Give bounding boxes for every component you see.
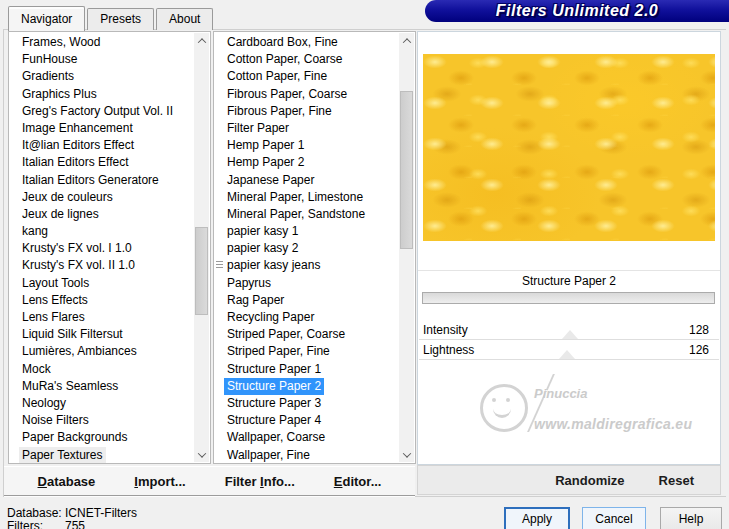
cancel-button[interactable]: Cancel (582, 507, 646, 529)
preview-progress-bar (422, 292, 715, 304)
list-item[interactable]: Noise Filters (10, 412, 193, 429)
category-list: Frames, WoodFunHouseGradientsGraphics Pl… (10, 34, 193, 462)
list-item[interactable]: Cotton Paper, Coarse (215, 51, 398, 68)
list-item[interactable]: It@lian Editors Effect (10, 137, 193, 154)
editor-button[interactable]: Editor... (334, 474, 382, 489)
list-item[interactable]: Fibrous Paper, Fine (215, 103, 398, 120)
filter-info-button[interactable]: Filter Info... (225, 474, 295, 489)
list-item[interactable]: Mock (10, 361, 193, 378)
list-item[interactable]: Mineral Paper, Limestone (215, 189, 398, 206)
filter-preview-image (423, 54, 715, 241)
smiley-icon (480, 384, 528, 432)
scroll-down-button[interactable] (194, 447, 209, 462)
slider-thumb-icon[interactable] (559, 350, 575, 359)
filter-listbox[interactable]: Cardboard Box, FineCotton Paper, CoarseC… (213, 31, 416, 464)
watermark-name: Pinuccia (534, 386, 587, 401)
tab-presets[interactable]: Presets (87, 8, 154, 30)
category-listbox[interactable]: Frames, WoodFunHouseGradientsGraphics Pl… (8, 31, 211, 464)
list-item[interactable]: Recycling Paper (215, 309, 398, 326)
list-item[interactable]: Structure Paper 3 (215, 395, 398, 412)
list-item[interactable]: Neology (10, 395, 193, 412)
filters-status-label: Filters: (7, 520, 65, 529)
list-item[interactable]: FunHouse (10, 51, 193, 68)
bottom-toolbar: Database Import... Filter Info... Editor… (4, 466, 415, 495)
list-item[interactable]: papier kasy 1 (215, 223, 398, 240)
list-item[interactable]: Wallpaper, Coarse (215, 429, 398, 446)
list-item[interactable]: Lens Flares (10, 309, 193, 326)
list-item[interactable]: Rag Paper (215, 292, 398, 309)
list-item[interactable]: Paper Textures (10, 447, 193, 464)
chevron-down-icon (197, 449, 205, 457)
chevron-up-icon (197, 38, 205, 46)
list-item[interactable]: Italian Editors Effect (10, 154, 193, 171)
apply-button[interactable]: Apply (504, 507, 570, 529)
import-button[interactable]: Import... (134, 474, 185, 489)
scrollbar-thumb[interactable] (400, 91, 413, 249)
list-item[interactable]: Mineral Paper, Sandstone (215, 206, 398, 223)
title-banner: Filters Unlimited 2.0 (425, 0, 729, 22)
tab-bar: Navigator Presets About (8, 8, 215, 30)
list-item[interactable]: Striped Paper, Coarse (215, 326, 398, 343)
list-item[interactable]: Liquid Silk Filtersut (10, 326, 193, 343)
preview-caption: Structure Paper 2 (418, 274, 720, 288)
list-item[interactable]: Paper Backgrounds (10, 429, 193, 446)
slider-thumb-icon[interactable] (562, 330, 578, 339)
watermark: Pinuccia www.maldiregrafica.eu (418, 372, 720, 462)
reset-button[interactable]: Reset (659, 473, 694, 488)
list-item[interactable]: Cotton Paper, Fine (215, 68, 398, 85)
list-item[interactable]: Jeux de lignes (10, 206, 193, 223)
database-button[interactable]: Database (38, 474, 96, 489)
lightness-slider[interactable]: Lightness 126 (419, 340, 719, 360)
lightness-label: Lightness (423, 343, 474, 357)
scrollbar-thumb[interactable] (195, 227, 208, 315)
filter-scrollbar[interactable] (399, 33, 414, 462)
list-item[interactable]: Structure Paper 1 (215, 361, 398, 378)
lightness-value: 126 (689, 343, 709, 357)
intensity-slider[interactable]: Intensity 128 (419, 320, 719, 340)
filters-status-value: 755 (65, 520, 85, 529)
list-item[interactable]: papier kasy 2 (215, 240, 398, 257)
watermark-url: www.maldiregrafica.eu (534, 416, 692, 432)
list-item[interactable]: Image Enhancement (10, 120, 193, 137)
list-item[interactable]: Gradients (10, 68, 193, 85)
chevron-down-icon (402, 449, 410, 457)
list-item[interactable]: papier kasy jeans (215, 257, 398, 274)
list-item[interactable]: Hemp Paper 2 (215, 154, 398, 171)
list-item[interactable]: Wallpaper, Fine (215, 447, 398, 464)
list-item[interactable]: Structure Paper 2 (215, 378, 398, 395)
randomize-button[interactable]: Randomize (555, 473, 624, 488)
scroll-down-button[interactable] (399, 447, 414, 462)
intensity-value: 128 (689, 323, 709, 337)
preview-panel: Structure Paper 2 Intensity 128 Lightnes… (417, 31, 721, 465)
list-item[interactable]: Krusty's FX vol. II 1.0 (10, 257, 193, 274)
filter-list: Cardboard Box, FineCotton Paper, CoarseC… (215, 34, 398, 462)
list-item[interactable]: Striped Paper, Fine (215, 343, 398, 360)
list-item[interactable]: Layout Tools (10, 275, 193, 292)
tab-about[interactable]: About (156, 8, 213, 30)
category-scrollbar[interactable] (194, 33, 209, 462)
list-item[interactable]: Lumières, Ambiances (10, 343, 193, 360)
list-item[interactable]: Graphics Plus (10, 86, 193, 103)
list-item[interactable]: Italian Editors Generatore (10, 172, 193, 189)
list-item[interactable]: Structure Paper 4 (215, 412, 398, 429)
list-item[interactable]: Papyrus (215, 275, 398, 292)
list-item[interactable]: Frames, Wood (10, 34, 193, 51)
intensity-label: Intensity (423, 323, 468, 337)
list-item[interactable]: Krusty's FX vol. I 1.0 (10, 240, 193, 257)
list-item[interactable]: MuRa's Seamless (10, 378, 193, 395)
list-item[interactable]: Filter Paper (215, 120, 398, 137)
list-item[interactable]: Japanese Paper (215, 172, 398, 189)
list-item[interactable]: kang (10, 223, 193, 240)
drag-marker-icon (216, 261, 223, 270)
list-item[interactable]: Cardboard Box, Fine (215, 34, 398, 51)
tab-navigator[interactable]: Navigator (8, 6, 85, 31)
help-button[interactable]: Help (660, 507, 722, 529)
scroll-up-button[interactable] (399, 33, 414, 48)
list-item[interactable]: Lens Effects (10, 292, 193, 309)
list-item[interactable]: Greg's Factory Output Vol. II (10, 103, 193, 120)
swoosh-icon (501, 374, 555, 432)
list-item[interactable]: Fibrous Paper, Coarse (215, 86, 398, 103)
list-item[interactable]: Hemp Paper 1 (215, 137, 398, 154)
list-item[interactable]: Jeux de couleurs (10, 189, 193, 206)
scroll-up-button[interactable] (194, 33, 209, 48)
